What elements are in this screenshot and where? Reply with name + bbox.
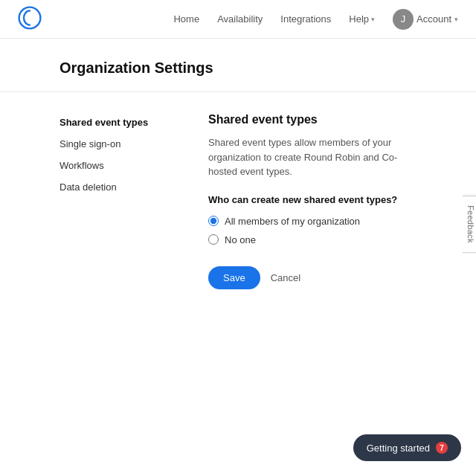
radio-group: All members of my organization No one [208, 216, 416, 245]
nav-links: Home Availability Integrations Help ▾ J … [173, 9, 458, 30]
radio-no-one-label: No one [225, 234, 256, 245]
sidebar-item-shared-event-types[interactable]: Shared event types [60, 113, 164, 132]
content-title: Shared event types [208, 113, 416, 126]
radio-all-members-input[interactable] [208, 216, 219, 226]
help-chevron-icon: ▾ [371, 16, 375, 23]
content-description: Shared event types allow members of your… [208, 135, 416, 179]
section-question: Who can create new shared event types? [208, 194, 416, 205]
cancel-button[interactable]: Cancel [271, 272, 300, 283]
action-row: Save Cancel [208, 266, 416, 289]
sidebar-item-workflows[interactable]: Workflows [60, 156, 164, 175]
nav-help[interactable]: Help ▾ [349, 13, 375, 25]
radio-no-one-input[interactable] [208, 234, 219, 245]
sidebar-item-single-sign-on[interactable]: Single sign-on [60, 135, 164, 153]
logo[interactable] [18, 6, 42, 32]
main-layout: Shared event types Single sign-on Workfl… [0, 92, 476, 310]
nav-availability[interactable]: Availability [217, 13, 263, 25]
sidebar-item-data-deletion[interactable]: Data deletion [60, 178, 164, 196]
content-area: Shared event types Shared event types al… [208, 113, 416, 289]
nav-integrations[interactable]: Integrations [280, 13, 331, 25]
account-chevron-icon: ▾ [454, 16, 458, 23]
page-title-section: Organization Settings [0, 39, 476, 92]
page-title: Organization Settings [60, 60, 416, 77]
account-label: Account [416, 13, 451, 25]
radio-all-members[interactable]: All members of my organization [208, 216, 416, 227]
radio-no-one[interactable]: No one [208, 234, 416, 245]
avatar: J [393, 9, 414, 30]
sidebar: Shared event types Single sign-on Workfl… [60, 113, 164, 289]
radio-all-members-label: All members of my organization [225, 216, 360, 227]
getting-started-button[interactable]: Getting started 7 [353, 434, 461, 461]
save-button[interactable]: Save [208, 266, 260, 289]
getting-started-label: Getting started [367, 443, 430, 454]
feedback-tab[interactable]: Feedback [463, 196, 476, 253]
account-button[interactable]: J Account ▾ [393, 9, 458, 30]
getting-started-badge: 7 [436, 442, 448, 454]
navbar: Home Availability Integrations Help ▾ J … [0, 0, 476, 39]
nav-home[interactable]: Home [173, 13, 199, 25]
